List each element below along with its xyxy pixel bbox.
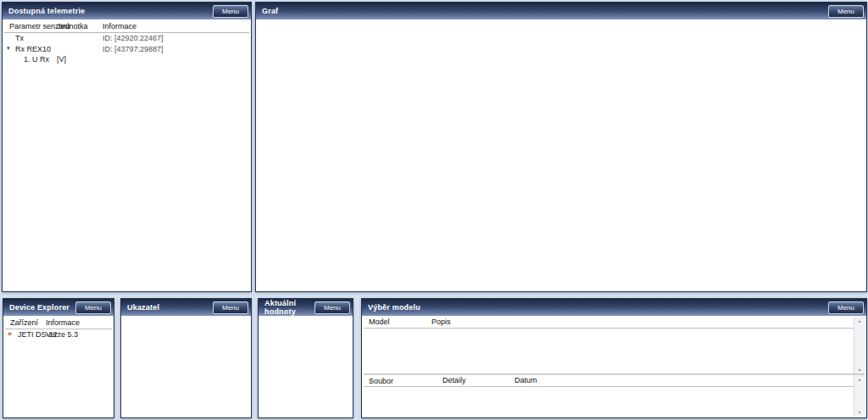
chevron-down-icon[interactable]: ▾ <box>7 45 10 52</box>
aktualni-menu-button[interactable]: Menu <box>314 301 350 314</box>
panel-vyber-modelu: Výběr modelu Menu Model Popis ▴ ▾ Soubor… <box>361 298 867 418</box>
vyber-panel-header: Výběr modelu Menu <box>362 299 866 316</box>
sensor-id: ID: [42920:22467] <box>103 34 164 42</box>
device-bullet-icon: » <box>8 329 12 338</box>
telemetry-panel-header: Dostupná telemetrie Menu <box>3 3 251 19</box>
scroll-up-icon[interactable]: ▴ <box>854 318 865 323</box>
telemetry-body: Parametr senzoru Jednotka Informace TxID… <box>4 20 249 290</box>
graf-panel-header: Graf Menu <box>256 3 866 19</box>
column-detaily[interactable]: Detaily <box>442 376 466 384</box>
model-scrollbar[interactable]: ▴ ▾ <box>854 317 865 373</box>
device-body: Zařízení Informace » JETI DS-12 Verze 5.… <box>5 317 112 416</box>
param-info: ID: [43797:29887] <box>103 45 164 53</box>
graf-menu-button[interactable]: Menu <box>828 5 864 18</box>
ukazatel-menu-button[interactable]: Menu <box>213 301 248 314</box>
panel-device-explorer: Device Explorer Menu Zařízení Informace … <box>3 298 114 418</box>
param-unit: [V] <box>57 55 66 64</box>
device-menu-button[interactable]: Menu <box>75 301 111 314</box>
graf-chart-svg[interactable] <box>258 20 865 290</box>
device-info: Verze 5.3 <box>46 330 78 339</box>
file-scrollbar[interactable]: ▴ ▾ <box>854 375 865 416</box>
ukazatel-body <box>123 317 249 416</box>
telemetry-menu-button[interactable]: Menu <box>213 5 248 18</box>
scroll-down-icon[interactable]: ▾ <box>854 367 865 373</box>
panel-graf: Graf Menu <box>255 2 867 292</box>
model-list-header: Model Popis <box>364 317 865 329</box>
vyber-body: Model Popis ▴ ▾ Soubor▴ Detaily Datum ▴ … <box>364 317 865 416</box>
param-name: Tx <box>15 34 24 42</box>
vyber-panel-title: Výběr modelu <box>368 303 420 312</box>
param-name: Rx REX10 <box>15 45 51 53</box>
telemetry-table-header: Parametr senzoru Jednotka Informace <box>4 20 249 33</box>
device-table-header: Zařízení Informace <box>5 317 112 329</box>
aktualni-panel-title: Aktuální hodnoty <box>264 299 314 316</box>
value-cards <box>260 317 351 322</box>
panel-aktualni-hodnoty: Aktuální hodnoty Menu <box>258 298 353 418</box>
device-panel-title: Device Explorer <box>9 303 70 312</box>
telemetry-row[interactable]: 1. U Rx[V] <box>4 54 249 65</box>
aktualni-panel-header: Aktuální hodnoty Menu <box>259 299 353 316</box>
device-panel-header: Device Explorer Menu <box>3 299 114 316</box>
vyber-menu-button[interactable]: Menu <box>828 301 864 314</box>
graf-panel-title: Graf <box>262 7 278 15</box>
sort-asc-icon: ▴ <box>370 377 373 383</box>
scroll-up-icon[interactable]: ▴ <box>854 376 865 382</box>
ukazatel-panel-title: Ukazatel <box>127 303 159 312</box>
model-list: Model Popis ▴ ▾ <box>364 317 865 375</box>
gauge-svg <box>123 318 249 416</box>
ukazatel-panel-header: Ukazatel Menu <box>121 299 251 316</box>
file-list: Soubor▴ Detaily Datum ▴ ▾ <box>364 375 865 416</box>
sensor-id: ID: [43797:29887] <box>103 45 164 53</box>
column-informace-device: Informace <box>46 318 80 327</box>
column-popis[interactable]: Popis <box>431 318 451 326</box>
device-row[interactable]: » JETI DS-12 Verze 5.3 <box>5 329 112 340</box>
scroll-down-icon[interactable]: ▾ <box>854 409 865 415</box>
panel-ukazatel: Ukazatel Menu <box>120 298 252 418</box>
column-datum[interactable]: Datum <box>515 376 537 384</box>
aktualni-body <box>260 317 351 416</box>
graf-body <box>258 20 865 290</box>
telemetry-row[interactable]: ▾Rx REX10ID: [43797:29887] <box>4 44 249 55</box>
param-info: ID: [42920:22467] <box>103 34 164 42</box>
gauge-container <box>123 317 249 416</box>
param-name: 1. U Rx <box>24 55 49 64</box>
column-zarizeni: Zařízení <box>10 318 38 327</box>
file-list-header: Soubor▴ Detaily Datum <box>364 375 865 387</box>
column-jednotka: Jednotka <box>57 22 88 30</box>
column-model[interactable]: Model <box>369 318 390 326</box>
telemetry-rows: TxID: [42920:22467]▾Rx REX10ID: [43797:2… <box>4 33 249 65</box>
column-informace: Informace <box>103 22 136 30</box>
telemetry-panel-title: Dostupná telemetrie <box>8 7 85 15</box>
telemetry-row[interactable]: TxID: [42920:22467] <box>4 33 249 44</box>
panel-telemetry: Dostupná telemetrie Menu Parametr senzor… <box>2 2 252 292</box>
